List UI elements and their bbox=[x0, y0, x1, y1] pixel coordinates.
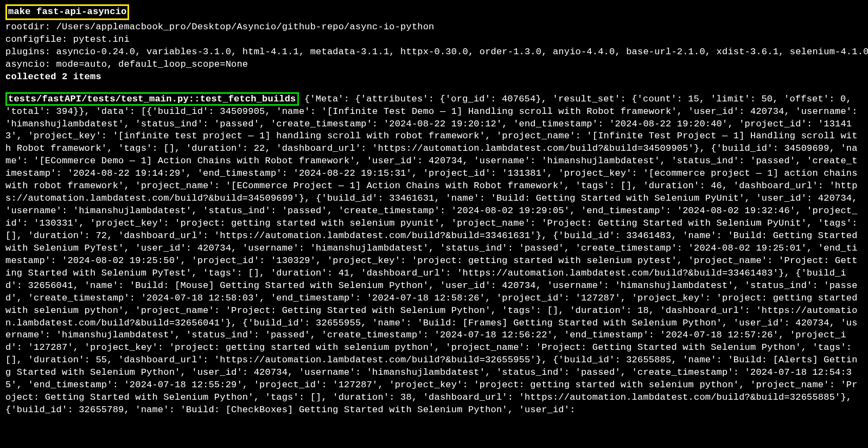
pytest-rootdir: rootdir: /Users/applemacbook_pro/Desktop… bbox=[5, 21, 863, 34]
blank-line bbox=[5, 84, 863, 93]
terminal-output[interactable]: make fast-api-asyncio rootdir: /Users/ap… bbox=[5, 4, 863, 417]
pytest-plugins: plugins: asyncio-0.24.0, variables-3.1.0… bbox=[5, 46, 863, 59]
test-path: tests/fastAPI/tests/test_main.py::test_f… bbox=[5, 92, 299, 106]
pytest-asyncio-mode: asyncio: mode=auto, default_loop_scope=N… bbox=[5, 59, 863, 71]
pytest-collected: collected 2 items bbox=[5, 71, 863, 84]
test-json-dump: {'Meta': {'attributes': {'org_id': 40765… bbox=[5, 94, 863, 415]
test-output-block: tests/fastAPI/tests/test_main.py::test_f… bbox=[5, 93, 863, 417]
make-command: make fast-api-asyncio bbox=[5, 4, 129, 20]
pytest-configfile: configfile: pytest.ini bbox=[5, 34, 863, 46]
